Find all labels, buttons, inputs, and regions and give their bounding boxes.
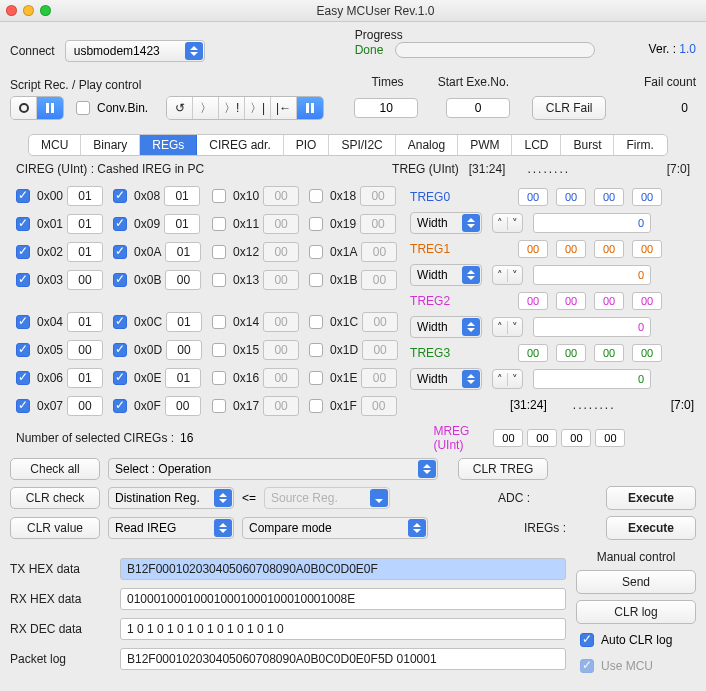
treg-TREG2-wide[interactable] — [533, 317, 651, 337]
send-button[interactable]: Send — [576, 570, 696, 594]
cireg-checkbox-0x15[interactable] — [212, 343, 226, 357]
cireg-value-0x02[interactable] — [67, 242, 103, 262]
cireg-checkbox-0x1F[interactable] — [309, 399, 323, 413]
treg-TREG0-stepper[interactable]: ˄˅ — [492, 213, 523, 233]
treg-TREG0-b1[interactable] — [556, 188, 586, 206]
minimize-window-icon[interactable] — [23, 5, 34, 16]
cireg-value-0x06[interactable] — [67, 368, 103, 388]
treg-TREG2-stepper[interactable]: ˄˅ — [492, 317, 523, 337]
clr-log-button[interactable]: CLR log — [576, 600, 696, 624]
clr-check-button[interactable]: CLR check — [10, 487, 100, 509]
treg-TREG3-stepper[interactable]: ˄˅ — [492, 369, 523, 389]
cireg-checkbox-0x00[interactable] — [16, 189, 30, 203]
cireg-checkbox-0x0F[interactable] — [113, 399, 127, 413]
mreg-b1[interactable] — [527, 429, 557, 447]
connect-select[interactable]: usbmodem1423 — [65, 40, 205, 62]
cireg-checkbox-0x05[interactable] — [16, 343, 30, 357]
conv-bin-checkbox[interactable] — [76, 101, 90, 115]
cireg-checkbox-0x17[interactable] — [212, 399, 226, 413]
treg-TREG3-b2[interactable] — [594, 344, 624, 362]
tab-pio[interactable]: PIO — [284, 135, 330, 155]
zoom-window-icon[interactable] — [40, 5, 51, 16]
tab-lcd[interactable]: LCD — [512, 135, 561, 155]
cireg-value-0x01[interactable] — [67, 214, 103, 234]
times-input[interactable] — [354, 98, 418, 118]
cireg-checkbox-0x12[interactable] — [212, 245, 226, 259]
treg-TREG0-wide[interactable] — [533, 213, 651, 233]
treg-TREG0-b3[interactable] — [632, 188, 662, 206]
dest-reg-select[interactable]: Distination Reg. — [108, 487, 234, 509]
check-all-button[interactable]: Check all — [10, 458, 100, 480]
mreg-b2[interactable] — [561, 429, 591, 447]
treg-TREG1-b2[interactable] — [594, 240, 624, 258]
cireg-checkbox-0x10[interactable] — [212, 189, 226, 203]
cireg-value-0x05[interactable] — [67, 340, 103, 360]
play-reset-button[interactable]: ↺ — [167, 97, 193, 119]
cireg-checkbox-0x13[interactable] — [212, 273, 226, 287]
record-pause-button[interactable] — [37, 97, 63, 119]
cireg-checkbox-0x1C[interactable] — [309, 315, 323, 329]
treg-TREG2-b3[interactable] — [632, 292, 662, 310]
tab-mcu[interactable]: MCU — [29, 135, 81, 155]
rx-hex-input[interactable] — [120, 588, 566, 610]
clr-fail-button[interactable]: CLR Fail — [532, 96, 606, 120]
cireg-value-0x0C[interactable] — [166, 312, 202, 332]
play-step-button[interactable]: 〉 — [193, 97, 219, 119]
treg-TREG1-stepper[interactable]: ˄˅ — [492, 265, 523, 285]
treg-TREG3-wide[interactable] — [533, 369, 651, 389]
cireg-checkbox-0x01[interactable] — [16, 217, 30, 231]
clr-treg-button[interactable]: CLR TREG — [458, 458, 548, 480]
treg-TREG0-width-select[interactable]: Width — [410, 212, 482, 234]
play-pause-button[interactable] — [297, 97, 323, 119]
cireg-checkbox-0x04[interactable] — [16, 315, 30, 329]
cireg-checkbox-0x06[interactable] — [16, 371, 30, 385]
cireg-checkbox-0x0D[interactable] — [113, 343, 127, 357]
tab-analog[interactable]: Analog — [396, 135, 458, 155]
cireg-value-0x04[interactable] — [67, 312, 103, 332]
clr-value-button[interactable]: CLR value — [10, 517, 100, 539]
auto-clr-log-checkbox[interactable] — [580, 633, 594, 647]
cireg-checkbox-0x02[interactable] — [16, 245, 30, 259]
tab-cireg-adr[interactable]: CIREG adr. — [197, 135, 283, 155]
tab-firm[interactable]: Firm. — [614, 135, 665, 155]
play-run-button[interactable]: 〉! — [219, 97, 245, 119]
cireg-value-0x07[interactable] — [67, 396, 103, 416]
play-rewind-button[interactable]: |← — [271, 97, 297, 119]
cireg-value-0x00[interactable] — [67, 186, 103, 206]
cireg-checkbox-0x0C[interactable] — [113, 315, 127, 329]
read-ireg-select[interactable]: Read IREG — [108, 517, 234, 539]
cireg-checkbox-0x08[interactable] — [113, 189, 127, 203]
cireg-checkbox-0x1D[interactable] — [309, 343, 323, 357]
close-window-icon[interactable] — [6, 5, 17, 16]
iregs-execute-button[interactable]: Execute — [606, 516, 696, 540]
cireg-checkbox-0x0B[interactable] — [113, 273, 127, 287]
treg-TREG1-width-select[interactable]: Width — [410, 264, 482, 286]
tx-hex-input[interactable] — [120, 558, 566, 580]
tab-spi-i2c[interactable]: SPI/I2C — [329, 135, 395, 155]
cireg-checkbox-0x03[interactable] — [16, 273, 30, 287]
treg-TREG1-wide[interactable] — [533, 265, 651, 285]
treg-TREG2-width-select[interactable]: Width — [410, 316, 482, 338]
treg-TREG1-b0[interactable] — [518, 240, 548, 258]
cireg-checkbox-0x16[interactable] — [212, 371, 226, 385]
treg-TREG0-b2[interactable] — [594, 188, 624, 206]
treg-TREG2-b1[interactable] — [556, 292, 586, 310]
tab-burst[interactable]: Burst — [561, 135, 614, 155]
tab-pwm[interactable]: PWM — [458, 135, 512, 155]
treg-TREG2-b0[interactable] — [518, 292, 548, 310]
cireg-checkbox-0x09[interactable] — [113, 217, 127, 231]
cireg-value-0x0D[interactable] — [166, 340, 202, 360]
record-button[interactable] — [11, 97, 37, 119]
cireg-value-0x0E[interactable] — [165, 368, 201, 388]
cireg-checkbox-0x0E[interactable] — [113, 371, 127, 385]
mreg-b3[interactable] — [595, 429, 625, 447]
cireg-value-0x08[interactable] — [164, 186, 200, 206]
tab-regs[interactable]: REGs — [140, 135, 197, 155]
cireg-value-0x03[interactable] — [67, 270, 103, 290]
treg-TREG3-b0[interactable] — [518, 344, 548, 362]
cireg-value-0x0F[interactable] — [165, 396, 201, 416]
cireg-checkbox-0x0A[interactable] — [113, 245, 127, 259]
treg-TREG3-b3[interactable] — [632, 344, 662, 362]
treg-TREG3-b1[interactable] — [556, 344, 586, 362]
cireg-value-0x0B[interactable] — [165, 270, 201, 290]
